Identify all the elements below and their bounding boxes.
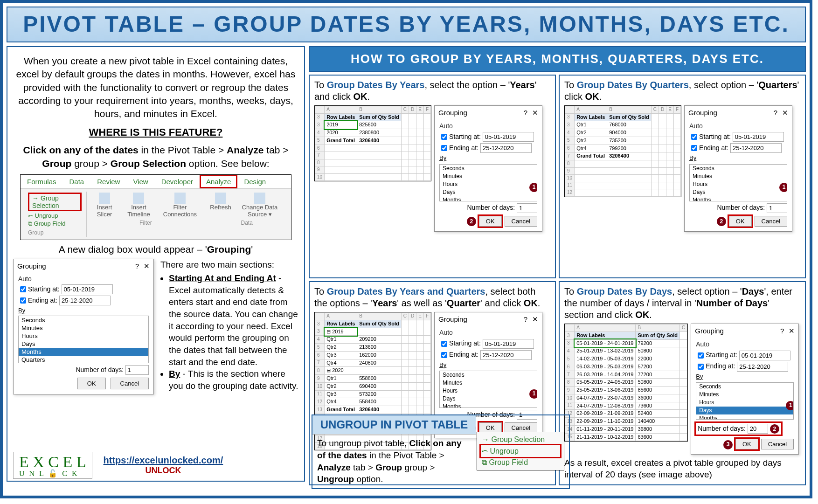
starting-at-label: Starting at: xyxy=(28,285,60,293)
grouping-dialog: Grouping ? ✕ Auto Starting at: xyxy=(13,259,154,394)
numdays-label: Number of days: xyxy=(76,366,124,373)
dialog-caption: A new dialog box would appear – 'Groupin… xyxy=(13,244,298,255)
group-selection-button[interactable]: → Group Selection xyxy=(28,193,82,211)
group-label-data: Data xyxy=(210,220,284,226)
url-block: https://excelunlocked.com/ UNLOCK xyxy=(104,455,223,476)
years-sheet: ABCDEF3Row LabelsSum of Qty Sold32019825… xyxy=(314,105,431,181)
ending-at-input[interactable] xyxy=(59,296,111,305)
years-combo: ABCDEF3Row LabelsSum of Qty Sold32019825… xyxy=(314,105,550,232)
insert-timeline-button[interactable]: Insert Timeline xyxy=(122,193,155,218)
tab-analyze[interactable]: Analyze xyxy=(200,175,237,188)
group-label-filter: Filter xyxy=(91,220,201,226)
group-field-button[interactable]: ⧉ Group Field xyxy=(28,220,82,228)
intro-text: When you create a new pivot table in Exc… xyxy=(13,55,298,121)
starting-at-checkbox[interactable] xyxy=(20,286,26,292)
starting-at-input[interactable] xyxy=(62,284,113,294)
right-column: HOW TO GROUP BY YEARS, MONTHS, QUARTERS,… xyxy=(309,46,806,482)
ungroup-menu: → Group Selection ⤺ Ungroup ⧉ Group Fiel… xyxy=(477,432,564,470)
ribbon-mock: Formulas Data Review View Developer Anal… xyxy=(20,174,291,240)
quarters-dialog: Grouping?✕AutoStarting at: Ending at: By… xyxy=(684,105,792,232)
page-title: PIVOT TABLE – GROUP DATES BY YEARS, MONT… xyxy=(7,11,805,37)
quarters-sheet: ABCDEF3Row LabelsSum of Qty Sold3Qtr1768… xyxy=(564,105,681,197)
click-path: Click on any of the dates in the Pivot T… xyxy=(13,143,298,171)
logo-row: E X C E L U N L 🔓 C K https://excelunloc… xyxy=(13,452,223,479)
by-listbox[interactable]: Seconds Minutes Hours Days Months Quarte… xyxy=(18,316,149,363)
menu-group-field[interactable]: ⧉ Group Field xyxy=(481,457,560,468)
tab-data[interactable]: Data xyxy=(63,175,91,188)
menu-group-selection[interactable]: → Group Selection xyxy=(481,434,560,445)
ribbon-tabs: Formulas Data Review View Developer Anal… xyxy=(21,175,291,189)
ending-at-label: Ending at: xyxy=(28,297,57,304)
columns: When you create a new pivot table in Exc… xyxy=(3,46,810,484)
page-root: PIVOT TABLE – GROUP DATES BY YEARS, MONT… xyxy=(0,0,812,498)
days-combo: ABC3Row LabelsSum of Qty Sold305-01-2019… xyxy=(564,324,800,455)
refresh-button[interactable]: Refresh xyxy=(210,193,231,218)
tab-review[interactable]: Review xyxy=(90,175,126,188)
auto-label: Auto xyxy=(18,275,149,283)
tab-design[interactable]: Design xyxy=(237,175,272,188)
excel-unlocked-logo: E X C E L U N L 🔓 C K xyxy=(13,452,92,479)
dlg-title: Grouping xyxy=(17,262,46,270)
ungroup-button[interactable]: ⤺ Ungroup xyxy=(28,212,82,219)
ribbon-body: → Group Selection ⤺ Ungroup ⧉ Group Fiel… xyxy=(21,189,291,240)
ungroup-panel: UNGROUP IN PIVOT TABLE To ungroup pivot … xyxy=(312,414,570,489)
days-sheet: ABC3Row LabelsSum of Qty Sold305-01-2019… xyxy=(564,324,688,442)
change-data-source-button[interactable]: Change Data Source ▾ xyxy=(236,193,284,218)
days-dialog: Grouping?✕AutoStarting at: Ending at: By… xyxy=(691,324,799,455)
right-header: HOW TO GROUP BY YEARS, MONTHS, QUARTERS,… xyxy=(309,46,806,72)
cancel-button[interactable]: Cancel xyxy=(111,378,149,389)
panel-quarters: To Group Dates By Quarters, select optio… xyxy=(559,75,806,278)
ok-button[interactable]: OK xyxy=(77,378,106,389)
sections-text: There are two main sections: Starting At… xyxy=(154,259,298,394)
tab-view[interactable]: View xyxy=(126,175,154,188)
dlg-help-icon[interactable]: ? xyxy=(131,262,144,270)
insert-slicer-button[interactable]: Insert Slicer xyxy=(91,193,118,218)
menu-ungroup[interactable]: ⤺ Ungroup xyxy=(481,445,560,457)
years-dialog: Grouping?✕AutoStarting at: Ending at: By… xyxy=(434,105,542,232)
days-result-note: As a result, excel creates a pivot table… xyxy=(564,457,800,480)
left-panel: When you create a new pivot table in Exc… xyxy=(7,46,305,482)
group-label-group: Group xyxy=(28,229,82,236)
panel-days: To Group Dates By Days, select option – … xyxy=(559,281,806,485)
by-label: By xyxy=(18,307,149,314)
quarters-combo: ABCDEF3Row LabelsSum of Qty Sold3Qtr1768… xyxy=(564,105,800,232)
tab-formulas[interactable]: Formulas xyxy=(21,175,63,188)
dlg-close-icon[interactable]: ✕ xyxy=(144,262,150,270)
left-lower: Grouping ? ✕ Auto Starting at: xyxy=(13,259,298,394)
numdays-input[interactable] xyxy=(125,365,149,375)
ungroup-title: UNGROUP IN PIVOT TABLE xyxy=(312,415,476,435)
where-heading: WHERE IS THIS FEATURE? xyxy=(13,126,298,138)
panel-years: To Group Dates By Years, select the opti… xyxy=(309,75,556,278)
tab-developer[interactable]: Developer xyxy=(155,175,200,188)
title-bar: PIVOT TABLE – GROUP DATES BY YEARS, MONT… xyxy=(7,7,806,42)
unlock-text: UNLOCK xyxy=(104,466,223,476)
ending-at-checkbox[interactable] xyxy=(20,297,26,304)
filter-connections-button[interactable]: Filter Connections xyxy=(160,193,201,218)
site-link[interactable]: https://excelunlocked.com/ xyxy=(104,455,223,465)
